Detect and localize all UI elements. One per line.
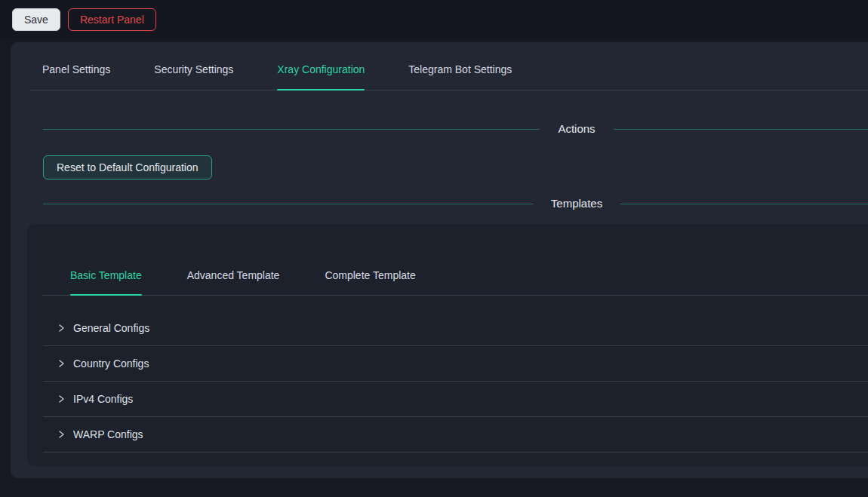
tab-advanced-template[interactable]: Advanced Template xyxy=(187,268,280,295)
templates-tabbar: Basic Template Advanced Template Complet… xyxy=(42,224,868,296)
settings-tabbar: Panel Settings Security Settings Xray Co… xyxy=(30,42,868,91)
divider-line xyxy=(614,129,868,130)
actions-divider: Actions xyxy=(43,121,868,137)
accordion-ipv4-configs[interactable]: IPv4 Configs xyxy=(43,382,868,417)
templates-card: Basic Template Advanced Template Complet… xyxy=(27,224,868,466)
divider-line xyxy=(43,204,533,204)
tab-telegram-bot-settings[interactable]: Telegram Bot Settings xyxy=(408,62,512,90)
reset-to-default-button[interactable]: Reset to Default Configuration xyxy=(43,155,212,179)
tab-security-settings[interactable]: Security Settings xyxy=(154,62,233,90)
accordion-label: IPv4 Configs xyxy=(73,393,133,405)
chevron-right-icon xyxy=(57,430,66,439)
tab-xray-configuration[interactable]: Xray Configuration xyxy=(277,62,365,90)
templates-divider-label: Templates xyxy=(533,195,620,212)
accordion-country-configs[interactable]: Country Configs xyxy=(43,346,868,382)
chevron-right-icon xyxy=(57,359,66,368)
save-button[interactable]: Save xyxy=(12,8,60,31)
divider-line xyxy=(43,129,540,130)
tab-panel-settings[interactable]: Panel Settings xyxy=(42,62,110,90)
accordion-label: WARP Configs xyxy=(73,428,143,440)
accordion-label: General Configs xyxy=(73,322,149,334)
chevron-right-icon xyxy=(57,324,66,333)
topbar: Save Restart Panel xyxy=(0,0,868,39)
template-config-accordion: General Configs Country Configs IPv4 Con… xyxy=(43,311,868,453)
chevron-right-icon xyxy=(57,394,66,403)
divider-line xyxy=(620,204,868,204)
restart-panel-button[interactable]: Restart Panel xyxy=(68,8,156,31)
accordion-warp-configs[interactable]: WARP Configs xyxy=(43,417,868,453)
tab-complete-template[interactable]: Complete Template xyxy=(325,268,415,295)
settings-card: Panel Settings Security Settings Xray Co… xyxy=(11,42,868,478)
actions-divider-label: Actions xyxy=(540,121,613,137)
accordion-label: Country Configs xyxy=(73,357,149,370)
templates-divider: Templates xyxy=(43,195,868,212)
tab-basic-template[interactable]: Basic Template xyxy=(70,268,142,295)
accordion-general-configs[interactable]: General Configs xyxy=(43,311,868,346)
